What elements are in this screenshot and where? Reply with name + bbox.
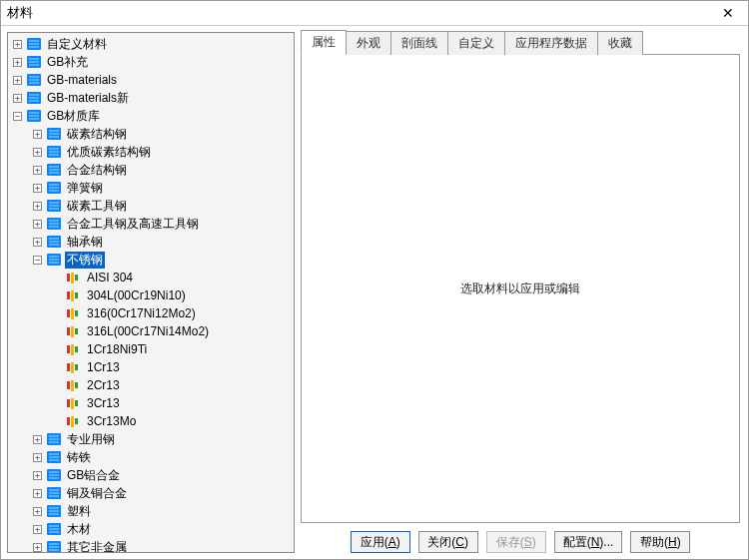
tree-item[interactable]: AISI 304: [8, 269, 294, 286]
expand-icon[interactable]: +: [12, 75, 23, 86]
expand-icon[interactable]: +: [32, 219, 43, 230]
folder-icon: [46, 181, 62, 195]
tree-folder[interactable]: +GB-materials: [8, 71, 294, 89]
tab[interactable]: 自定义: [447, 31, 505, 55]
expand-icon[interactable]: +: [32, 542, 43, 553]
button-label: 关闭: [427, 534, 451, 551]
expand-icon[interactable]: +: [32, 183, 43, 194]
button-label: 保存: [496, 534, 520, 551]
tree-item[interactable]: 316L(00Cr17Ni14Mo2): [8, 322, 294, 340]
tree-item[interactable]: 3Cr13Mo: [8, 412, 294, 430]
expand-icon[interactable]: +: [32, 147, 43, 158]
tree-folder[interactable]: +专业用钢: [8, 430, 294, 448]
material-icon: [66, 306, 82, 320]
tree-folder[interactable]: +合金结构钢: [8, 161, 294, 179]
tree-folder[interactable]: +其它非金属: [8, 538, 294, 552]
tree-folder[interactable]: +合金工具钢及高速工具钢: [8, 215, 294, 233]
mnemonic: N: [591, 535, 600, 549]
mnemonic: S: [524, 535, 532, 549]
tree-label: 不锈钢: [65, 252, 105, 269]
tree-folder[interactable]: +自定义材料: [8, 35, 294, 53]
material-dialog: 材料 ✕ +自定义材料+GB补充+GB-materials+GB-materia…: [0, 0, 749, 560]
tree-label: AISI 304: [85, 271, 135, 284]
tab[interactable]: 应用程序数据: [504, 31, 598, 55]
material-icon: [66, 396, 82, 410]
folder-icon: [46, 217, 62, 231]
tree-folder[interactable]: +GB补充: [8, 53, 294, 71]
tree-folder[interactable]: +塑料: [8, 502, 294, 520]
material-icon: [66, 324, 82, 338]
tree-folder[interactable]: +GB铝合金: [8, 466, 294, 484]
tree-label: 铸铁: [65, 449, 93, 466]
titlebar: 材料 ✕: [1, 1, 748, 25]
tree-item[interactable]: 316(0Cr17Ni12Mo2): [8, 304, 294, 322]
expand-icon[interactable]: +: [32, 129, 43, 140]
folder-icon: [46, 145, 62, 159]
close-button[interactable]: 关闭(C): [418, 531, 478, 553]
tree-folder[interactable]: +铜及铜合金: [8, 484, 294, 502]
folder-icon: [46, 468, 62, 482]
tab[interactable]: 收藏: [597, 31, 643, 55]
tree-folder[interactable]: +优质碳素结构钢: [8, 143, 294, 161]
expand-icon[interactable]: +: [32, 488, 43, 499]
tree-label: 316(0Cr17Ni12Mo2): [85, 306, 198, 320]
folder-icon: [46, 504, 62, 518]
folder-icon: [46, 450, 62, 464]
expand-icon[interactable]: +: [32, 201, 43, 212]
help-button[interactable]: 帮助(H): [630, 531, 690, 553]
tree-label: 其它非金属: [65, 539, 129, 553]
folder-icon: [46, 522, 62, 536]
config-button[interactable]: 配置(N)...: [554, 531, 623, 553]
tree-folder[interactable]: −GB材质库: [8, 107, 294, 125]
folder-icon: [26, 91, 42, 105]
tree-folder[interactable]: +木材: [8, 520, 294, 538]
apply-button[interactable]: 应用(A): [351, 531, 410, 553]
tree-label: 2Cr13: [85, 378, 122, 392]
expand-icon[interactable]: +: [32, 434, 43, 445]
expand-icon[interactable]: +: [32, 237, 43, 248]
tree-folder[interactable]: +弹簧钢: [8, 179, 294, 197]
tree-folder[interactable]: +碳素结构钢: [8, 125, 294, 143]
expand-icon[interactable]: +: [32, 452, 43, 463]
content-message: 选取材料以应用或编辑: [460, 280, 580, 297]
collapse-icon[interactable]: −: [32, 255, 43, 266]
tab[interactable]: 外观: [346, 31, 391, 55]
expand-icon[interactable]: +: [32, 165, 43, 176]
material-icon: [66, 288, 82, 302]
tree-label: 塑料: [65, 503, 93, 520]
collapse-icon[interactable]: −: [12, 111, 23, 122]
save-button: 保存(S): [486, 531, 546, 553]
tree-scroll[interactable]: +自定义材料+GB补充+GB-materials+GB-materials新−G…: [8, 33, 294, 552]
tab[interactable]: 剖面线: [390, 31, 448, 55]
tree-folder[interactable]: +轴承钢: [8, 233, 294, 251]
tree-item[interactable]: 3Cr13: [8, 394, 294, 412]
mnemonic: A: [388, 535, 396, 549]
toggle-spacer: [52, 273, 63, 283]
tree-label: 优质碳素结构钢: [65, 144, 153, 161]
tree-item[interactable]: 1Cr18Ni9Ti: [8, 340, 294, 358]
tree-label: 3Cr13Mo: [85, 414, 138, 428]
tree-folder[interactable]: −不锈钢: [8, 251, 294, 269]
tree-label: 合金工具钢及高速工具钢: [65, 216, 201, 233]
expand-icon[interactable]: +: [32, 506, 43, 517]
folder-icon: [26, 109, 42, 123]
tree-label: 1Cr18Ni9Ti: [85, 342, 149, 356]
tree-item[interactable]: 2Cr13: [8, 376, 294, 394]
tree-folder[interactable]: +GB-materials新: [8, 89, 294, 107]
expand-icon[interactable]: +: [12, 39, 23, 50]
material-icon: [66, 342, 82, 356]
close-icon[interactable]: ✕: [714, 3, 742, 23]
expand-icon[interactable]: +: [32, 470, 43, 481]
tree-folder[interactable]: +铸铁: [8, 448, 294, 466]
window-title: 材料: [7, 4, 714, 22]
right-panel: 属性外观剖面线自定义应用程序数据收藏 选取材料以应用或编辑 应用(A)关闭(C)…: [295, 26, 748, 559]
tree-label: 316L(00Cr17Ni14Mo2): [85, 324, 211, 338]
expand-icon[interactable]: +: [12, 57, 23, 68]
tree-item[interactable]: 304L(00Cr19Ni10): [8, 286, 294, 304]
material-tree: +自定义材料+GB补充+GB-materials+GB-materials新−G…: [8, 33, 294, 552]
expand-icon[interactable]: +: [32, 524, 43, 535]
tree-folder[interactable]: +碳素工具钢: [8, 197, 294, 215]
expand-icon[interactable]: +: [12, 93, 23, 104]
tree-item[interactable]: 1Cr13: [8, 358, 294, 376]
tab[interactable]: 属性: [301, 30, 347, 55]
